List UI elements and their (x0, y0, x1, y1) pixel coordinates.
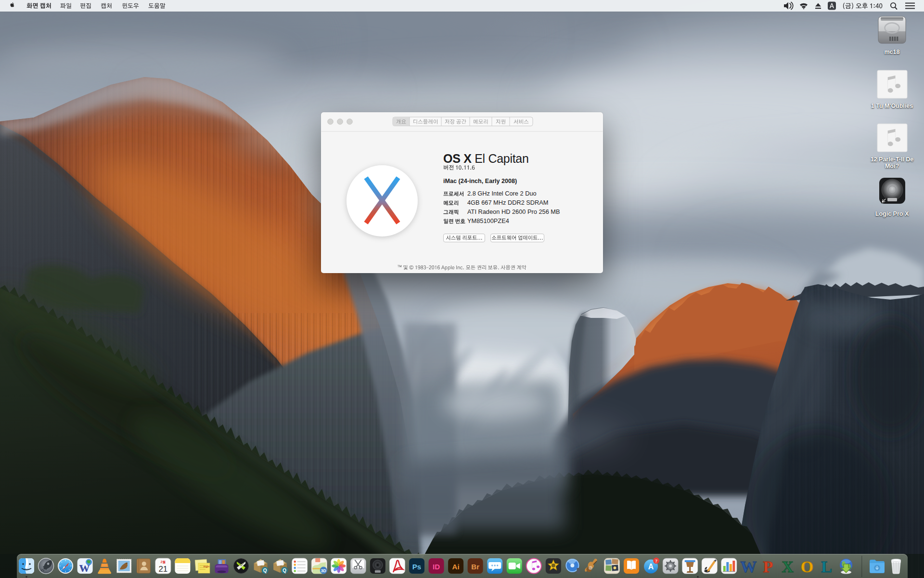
svg-text:L: L (821, 558, 832, 576)
svg-text:2월: 2월 (160, 560, 166, 564)
svg-text:ID: ID (433, 563, 440, 571)
svg-text:X: X (782, 558, 794, 576)
svg-text:Ps: Ps (412, 563, 421, 571)
svg-text:W: W (740, 558, 757, 576)
svg-text:21: 21 (158, 565, 167, 574)
svg-text:P: P (763, 558, 773, 576)
svg-text:Ai: Ai (452, 563, 460, 571)
svg-text:Br: Br (471, 563, 479, 571)
svg-text:7: 7 (655, 558, 657, 564)
svg-text:RIght: RIght (204, 565, 210, 568)
svg-text:Q: Q (263, 568, 267, 573)
svg-text:Q: Q (282, 568, 286, 573)
svg-text:A: A (648, 563, 654, 571)
svg-text:3D: 3D (321, 568, 326, 573)
svg-text:O: O (801, 558, 813, 576)
